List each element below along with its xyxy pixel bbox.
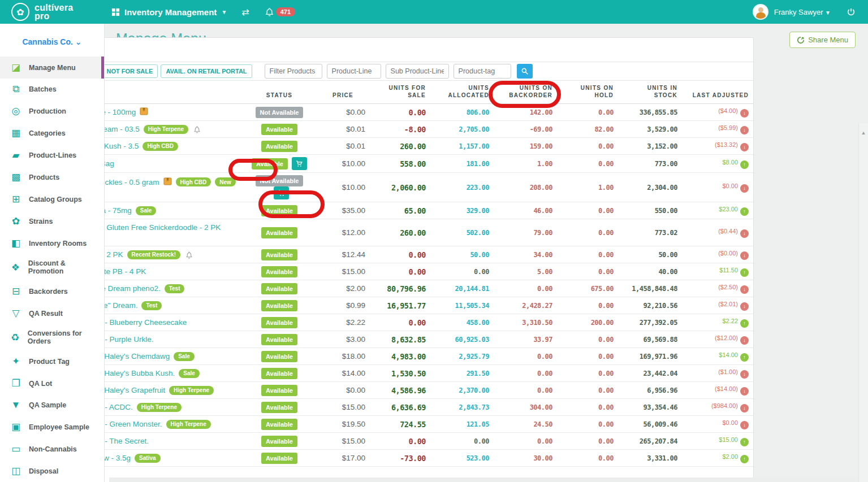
module-selector[interactable]: Inventory Management ▼ — [111, 7, 227, 17]
units-allocated-link[interactable]: 1,157.00 — [430, 138, 494, 155]
price-value: $0.01 — [316, 121, 370, 138]
sidebar-item-products[interactable]: ▩Products — [0, 166, 104, 188]
sidebar-item-qa-sample[interactable]: ▼QA Sample — [0, 394, 104, 416]
units-allocated-link[interactable]: 458.00 — [430, 314, 494, 331]
units-allocated-link[interactable]: 502.00 — [430, 219, 494, 246]
table-row: BatchesEdible - Chocolate PB - 4 PKAvail… — [5, 263, 753, 280]
units-for-sale-value: 6,636.69 — [370, 399, 430, 416]
column-header-units-allocated: UNITS ALLOCATED — [430, 81, 494, 104]
units-allocated-link[interactable]: 2,925.79 — [430, 348, 494, 365]
filter-products-input[interactable] — [265, 64, 322, 79]
sidebar-item-discount-promotion[interactable]: ❖Discount & Promotion — [0, 254, 104, 280]
company-selector[interactable]: Cannabis Co. ⌄ — [0, 24, 104, 57]
units-allocated-link[interactable]: 329.00 — [430, 202, 494, 219]
units-for-sale-value: 8,632.85 — [370, 331, 430, 348]
sidebar-item-backorders[interactable]: ⊟Backorders — [0, 280, 104, 302]
units-on-backorder-value: 0.00 — [494, 365, 557, 382]
units-allocated-link[interactable]: 806.00 — [430, 104, 494, 121]
sidebar-item-qa-result[interactable]: ▽QA Result — [0, 302, 104, 324]
last-adjusted-value: ($0.00) — [718, 250, 738, 257]
cart-button[interactable] — [292, 157, 307, 170]
units-allocated-link[interactable]: 20,144.81 — [430, 280, 494, 297]
units-allocated-link[interactable]: 0.00 — [430, 263, 494, 280]
arrow-down-icon: ↓ — [740, 421, 749, 429]
share-menu-button[interactable]: Share Menu — [789, 32, 856, 48]
horizontal-scrollbar[interactable] — [109, 477, 858, 482]
units-for-sale-value: 0.00 — [370, 104, 430, 121]
arrow-down-icon: ↓ — [740, 387, 749, 396]
sidebar-item-catalog-groups[interactable]: ⊞Catalog Groups — [0, 188, 104, 210]
sidebar-item-product-lines[interactable]: ▰Product-Lines — [0, 144, 104, 166]
table-row: BatchesFlower - Afterglow - 3.5gSativaAv… — [5, 450, 753, 467]
search-button[interactable] — [517, 64, 533, 79]
price-value: $10.00 — [316, 155, 370, 173]
module-title: Inventory Management — [124, 7, 217, 17]
scroll-up-arrow-icon[interactable]: ▲ — [859, 130, 868, 136]
sidebar-item-qa-lot[interactable]: ❐QA Lot — [0, 372, 104, 394]
vertical-scrollbar[interactable]: ▲ — [858, 123, 868, 482]
units-on-backorder-value: 30.00 — [494, 450, 557, 467]
power-icon[interactable] — [847, 7, 856, 16]
units-allocated-link[interactable]: 2,370.00 — [430, 382, 494, 399]
avatar[interactable] — [753, 4, 768, 20]
bell-icon[interactable] — [185, 251, 193, 259]
status-badge: Available — [261, 266, 297, 277]
strains-icon: ✿ — [10, 215, 21, 227]
sidebar-item-product-tag[interactable]: ✦Product Tag — [0, 350, 104, 372]
notification-count-badge: 471 — [276, 7, 295, 16]
arrow-up-icon: ↑ — [740, 353, 749, 362]
cart-button[interactable] — [274, 186, 289, 199]
units-allocated-link[interactable]: 223.00 — [430, 173, 494, 202]
arrow-down-icon: ↓ — [740, 184, 749, 193]
sidebar-item-non-cannabis[interactable]: ▭Non-Cannabis — [0, 438, 104, 460]
product-tag-input[interactable] — [454, 64, 511, 79]
sidebar-item-conversions-for-orders[interactable]: ♻Conversions for Orders — [0, 324, 104, 350]
last-adjusted-value: ($2.50) — [718, 284, 738, 290]
product-line-input[interactable] — [327, 64, 381, 79]
units-allocated-link[interactable]: 121.05 — [430, 416, 494, 433]
units-allocated-link[interactable]: 181.00 — [430, 155, 494, 173]
arrow-down-icon: ↓ — [740, 143, 749, 151]
units-on-backorder-value: 208.00 — [494, 173, 557, 202]
sidebar-item-label: Manage Menu — [29, 64, 76, 72]
grid-icon — [111, 8, 120, 16]
column-header-status: STATUS — [243, 81, 316, 104]
sidebar-item-production[interactable]: ◎Production — [0, 100, 104, 122]
product-tag-badge: High Terpene — [137, 403, 182, 412]
sidebar-item-strains[interactable]: ✿Strains — [0, 210, 104, 232]
units-allocated-link[interactable]: 2,843.73 — [430, 399, 494, 416]
units-allocated-link[interactable]: 523.00 — [430, 450, 494, 467]
units-in-stock-value: 69,569.88 — [618, 331, 682, 348]
sidebar-item-categories[interactable]: ▦Categories — [0, 122, 104, 144]
units-allocated-link[interactable]: 11,505.34 — [430, 297, 494, 314]
sidebar-item-inventory-rooms[interactable]: ◧Inventory Rooms — [0, 232, 104, 254]
transfer-icon[interactable]: ⇄ — [241, 7, 249, 18]
user-menu[interactable]: Franky Sawyer ▼ — [774, 8, 831, 16]
units-allocated-link[interactable]: 0.00 — [430, 433, 494, 450]
conversions-for-orders-icon: ♻ — [10, 332, 20, 344]
filter-button-avail-on-retail-portal[interactable]: AVAIL. ON RETAIL PORTAL — [161, 64, 252, 78]
units-allocated-link[interactable]: 2,705.00 — [430, 121, 494, 138]
units-in-stock-value: 3,529.00 — [618, 121, 682, 138]
filter-button-not-for-sale[interactable]: NOT FOR SALE — [101, 64, 158, 78]
units-allocated-link[interactable]: 291.50 — [430, 365, 494, 382]
sidebar-item-disposal[interactable]: ◫Disposal — [0, 460, 104, 482]
notifications-button[interactable]: 471 — [265, 7, 295, 16]
units-in-stock-value: 277,392.05 — [618, 314, 682, 331]
status-badge: Available — [252, 158, 288, 170]
status-badge: Available — [261, 317, 297, 328]
sidebar: Cannabis Co. ⌄ ◪Manage Menu⧉Batches◎Prod… — [0, 24, 105, 482]
units-for-sale-value: -8.00 — [370, 121, 430, 138]
units-allocated-link[interactable]: 60,925.03 — [430, 331, 494, 348]
last-adjusted-value: $15.00 — [719, 436, 738, 443]
bell-icon[interactable] — [193, 125, 201, 133]
last-adjusted-value: ($4.00) — [718, 107, 738, 114]
brand-logo[interactable]: ✿ cultívera pro — [0, 3, 105, 21]
sub-product-line-input[interactable] — [386, 64, 449, 79]
table-row: BatchesFlower - Blue Dream - 03.5High Te… — [5, 121, 753, 138]
sidebar-item-manage-menu[interactable]: ◪Manage Menu — [0, 57, 104, 79]
sidebar-item-employee-sample[interactable]: ▣Employee Sample — [0, 416, 104, 438]
product-tag-badge: High Terpene — [166, 420, 211, 429]
sidebar-item-batches[interactable]: ⧉Batches — [0, 79, 104, 100]
units-allocated-link[interactable]: 50.00 — [430, 246, 494, 263]
